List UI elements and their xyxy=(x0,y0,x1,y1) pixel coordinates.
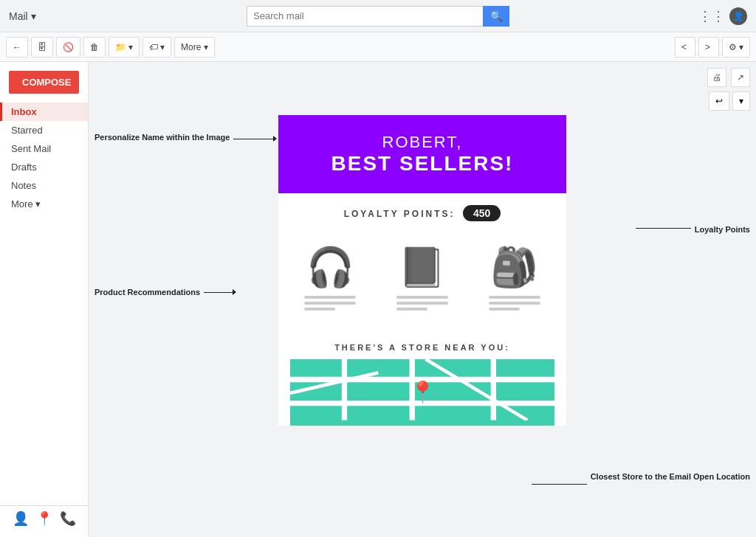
delete-button[interactable]: 🗑 xyxy=(83,37,106,58)
search-area: 🔍 xyxy=(53,6,703,27)
popout-button[interactable]: ↗ xyxy=(731,68,750,87)
label-button[interactable]: 🏷 ▾ xyxy=(142,37,171,58)
product-book-lines xyxy=(396,296,448,313)
product-headphones-lines xyxy=(304,296,356,313)
email-body: ROBERT, BEST SELLERS! LOYALTY POINTS: 45… xyxy=(278,115,566,426)
search-icon: 🔍 xyxy=(490,10,503,22)
label-chevron-icon: ▾ xyxy=(160,42,165,52)
sidebar: COMPOSE Inbox Starred Sent Mail Drafts N… xyxy=(0,62,89,537)
products-row: 🎧 📕 xyxy=(284,245,560,313)
popout-icon: ↗ xyxy=(737,72,744,83)
sidebar-item-more[interactable]: More ▾ xyxy=(0,195,88,213)
phone-icon[interactable]: 📞 xyxy=(60,510,76,527)
toolbar-left: ← 🗄 🚫 🗑 📁 ▾ 🏷 ▾ More ▾ xyxy=(6,37,215,58)
product-line-1 xyxy=(304,296,356,299)
products-section: 🎧 📕 xyxy=(278,233,566,334)
folder-button[interactable]: 📁 ▾ xyxy=(109,37,140,58)
top-right-icons: ⋮⋮ 👤 xyxy=(703,7,747,25)
compose-button[interactable]: COMPOSE xyxy=(9,71,79,94)
loyalty-points-annotation: Loyalty Points xyxy=(695,222,750,235)
archive-button[interactable]: 🗄 xyxy=(31,37,53,58)
personalize-annotation: Personalize Name within the Image xyxy=(94,130,230,143)
sidebar-item-drafts-label: Drafts xyxy=(11,162,37,173)
nav-next-button[interactable]: > xyxy=(698,37,719,58)
product-line-4 xyxy=(396,296,448,299)
backpack-icon: 🎒 xyxy=(490,245,538,290)
archive-icon: 🗄 xyxy=(38,42,47,52)
loyalty-points-value: 450 xyxy=(463,205,501,221)
more-label: More ▾ xyxy=(181,42,208,52)
product-headphones: 🎧 xyxy=(297,245,363,313)
store-section: THERE'S A STORE NEAR YOU: xyxy=(278,334,566,426)
loyalty-section: LOYALTY POINTS: 450 xyxy=(278,193,566,233)
trash-icon: 🗑 xyxy=(90,42,99,52)
closest-store-annotation: Closest Store to the Email Open Location xyxy=(591,469,750,482)
svg-line-5 xyxy=(290,373,378,393)
settings-button[interactable]: ⚙ ▾ xyxy=(722,37,750,58)
loyalty-label: LOYALTY POINTS: xyxy=(344,209,456,219)
apps-icon[interactable]: ⋮⋮ xyxy=(703,7,721,25)
reply-icon: ↩ xyxy=(715,96,723,106)
sidebar-item-sent-label: Sent Mail xyxy=(11,143,51,154)
email-action-bar: 🖨 ↗ xyxy=(94,68,750,87)
sidebar-item-inbox[interactable]: Inbox xyxy=(0,103,88,121)
banner-title: BEST SELLERS! xyxy=(293,152,551,176)
location-icon[interactable]: 📍 xyxy=(36,510,52,527)
sidebar-item-inbox-label: Inbox xyxy=(11,106,37,117)
sidebar-item-notes[interactable]: Notes xyxy=(0,176,88,195)
reply-more-button[interactable]: ▾ xyxy=(732,91,750,111)
product-line-7 xyxy=(489,296,540,299)
toolbar: ← 🗄 🚫 🗑 📁 ▾ 🏷 ▾ More ▾ < > ⚙ ▾ xyxy=(0,32,756,62)
product-recs-annotation: Product Recommendations xyxy=(94,285,200,298)
top-bar: Mail ▾ 🔍 ⋮⋮ 👤 xyxy=(0,0,756,32)
reply-area: ↩ ▾ xyxy=(94,91,750,111)
sidebar-item-starred-label: Starred xyxy=(11,125,43,136)
spam-button[interactable]: 🚫 xyxy=(56,37,80,58)
print-button[interactable]: 🖨 xyxy=(707,68,726,87)
toolbar-right: < > ⚙ ▾ xyxy=(675,37,750,58)
search-input[interactable] xyxy=(247,6,483,27)
map-area: 📍 xyxy=(290,359,554,426)
avatar-icon[interactable]: 👤 xyxy=(729,7,747,25)
reply-chevron-icon: ▾ xyxy=(739,96,743,106)
book-icon: 📕 xyxy=(398,245,446,290)
email-banner: ROBERT, BEST SELLERS! xyxy=(278,115,566,193)
print-icon: 🖨 xyxy=(712,72,721,83)
product-line-3 xyxy=(304,308,335,311)
product-line-9 xyxy=(489,308,520,311)
folder-chevron-icon: ▾ xyxy=(128,42,133,52)
spam-icon: 🚫 xyxy=(63,42,74,52)
product-book: 📕 xyxy=(389,245,456,313)
sidebar-item-more-label: More ▾ xyxy=(11,198,41,209)
settings-chevron-icon: ▾ xyxy=(739,42,743,52)
product-line-6 xyxy=(396,308,427,311)
gear-icon: ⚙ xyxy=(729,42,737,52)
svg-line-6 xyxy=(426,359,528,420)
sidebar-item-sent[interactable]: Sent Mail xyxy=(0,139,88,158)
search-button[interactable]: 🔍 xyxy=(483,6,509,27)
label-icon: 🏷 xyxy=(149,42,158,52)
product-line-8 xyxy=(489,302,540,305)
more-button[interactable]: More ▾ xyxy=(174,37,215,58)
sidebar-item-starred[interactable]: Starred xyxy=(0,121,88,139)
mail-label[interactable]: Mail ▾ xyxy=(9,10,53,22)
nav-prev-button[interactable]: < xyxy=(675,37,695,58)
headphones-icon: 🎧 xyxy=(306,245,354,290)
banner-name: ROBERT, xyxy=(293,133,551,152)
contacts-icon[interactable]: 👤 xyxy=(13,510,29,527)
product-backpack-lines xyxy=(489,296,540,313)
sidebar-item-notes-label: Notes xyxy=(11,180,36,191)
main-layout: COMPOSE Inbox Starred Sent Mail Drafts N… xyxy=(0,62,756,537)
folder-icon: 📁 xyxy=(115,42,126,52)
email-area: 🖨 ↗ ↩ ▾ Personalize Name within the Imag… xyxy=(89,62,756,537)
product-line-5 xyxy=(396,302,448,305)
reply-button[interactable]: ↩ xyxy=(709,91,729,111)
map-pin: 📍 xyxy=(410,380,436,404)
product-line-2 xyxy=(304,302,356,305)
back-button[interactable]: ← xyxy=(6,37,28,58)
sidebar-item-drafts[interactable]: Drafts xyxy=(0,158,88,176)
store-label: THERE'S A STORE NEAR YOU: xyxy=(290,343,554,352)
product-backpack: 🎒 xyxy=(481,245,548,313)
